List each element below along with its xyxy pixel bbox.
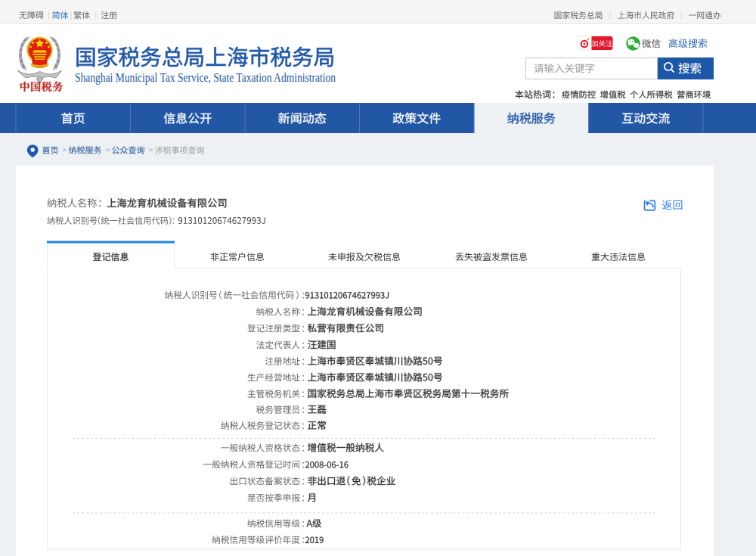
svg-text:Shanghai Municipal Tax Service: Shanghai Municipal Tax Service, State Ta… xyxy=(75,70,336,85)
